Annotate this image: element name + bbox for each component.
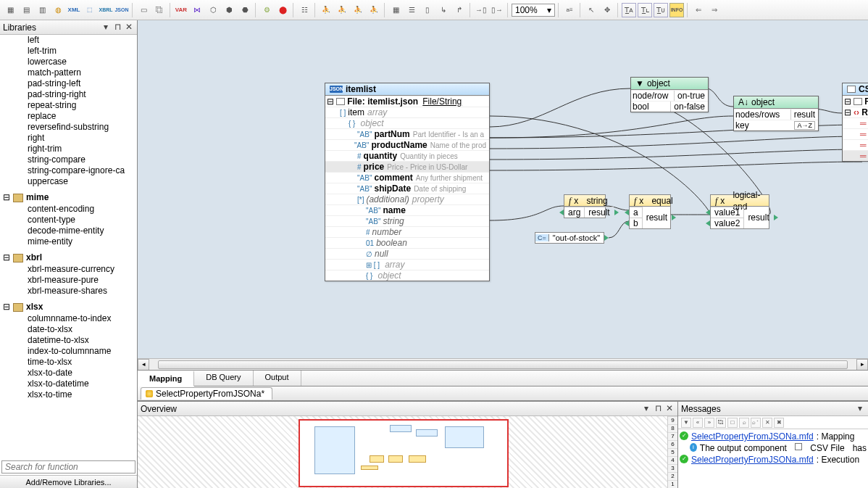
tb-rows-icon[interactable]: ☰	[404, 3, 419, 17]
lib-fn-item[interactable]: reversefind-substring	[0, 122, 137, 133]
tb-xbrl-icon[interactable]: XBRL	[99, 3, 113, 17]
mapping-canvas[interactable]: JSON itemlist ⊟ File: itemlist.json File…	[138, 20, 868, 371]
lib-fn-item[interactable]: right	[0, 133, 137, 144]
panel-close-icon[interactable]: ✕	[664, 404, 675, 414]
lib-fn-item[interactable]: date-to-xlsx	[0, 324, 137, 335]
filter-row-0[interactable]: node/rowon-true	[631, 90, 708, 101]
fn-logical-and[interactable]: fx logical-and value1value2 result	[710, 194, 769, 229]
lib-fn-item[interactable]: content-type	[0, 215, 137, 226]
lib-fn-item[interactable]: content-encoding	[0, 204, 137, 215]
message-row[interactable]: ✓ SelectPropertyFromJSONa.mfd : Executio…	[680, 454, 867, 466]
lib-fn-item[interactable]: replace	[0, 111, 137, 122]
tb-grid-icon[interactable]: ▦	[388, 3, 403, 17]
lib-fn-item[interactable]: string-compare-ignore-ca	[0, 165, 137, 176]
csv-field-row[interactable]: ═ Part Number (Out of Stock)	[843, 117, 868, 128]
tb-ab-icon[interactable]: a≡	[562, 3, 577, 17]
message-link[interactable]: SelectPropertyFromJSONa.mfd	[691, 431, 814, 442]
lib-fn-item[interactable]: decode-mime-entity	[0, 226, 137, 236]
in-port-icon[interactable]	[625, 220, 629, 226]
zoom-combo[interactable]: 100%▾	[512, 4, 555, 17]
panel-pin-icon[interactable]: ⊓	[112, 22, 122, 33]
panel-pin-icon[interactable]: ⊓	[653, 404, 663, 414]
out-port-icon[interactable]	[614, 210, 619, 215]
tb-r2-icon[interactable]: ▯→	[490, 3, 504, 17]
comp-csv[interactable]: CSV File ⊟ File: (default) File/String ⊟…	[842, 83, 868, 162]
lib-fn-item[interactable]: xbrl-measure-shares	[0, 286, 137, 297]
tb-fwd-icon[interactable]: ⇒	[707, 3, 722, 17]
lib-fn-item[interactable]: repeat-string	[0, 100, 137, 111]
tb-people3-icon[interactable]: ⛹	[351, 3, 365, 17]
sort-order-button[interactable]: A→Z	[794, 121, 815, 130]
tb-info-icon[interactable]: INFO	[669, 3, 684, 17]
comp-sort[interactable]: A↓object nodes/rowsresult keyA→Z	[733, 96, 819, 131]
msg-next-icon[interactable]: »	[704, 418, 714, 428]
tb-move-icon[interactable]: ✥	[600, 3, 614, 17]
comp-filter[interactable]: ▼object node/rowon-true boolon-false	[630, 77, 709, 112]
tb-in-icon[interactable]: ↳	[436, 3, 451, 17]
tb-open-icon[interactable]: ▤	[19, 3, 33, 17]
lib-fn-item[interactable]: datetime-to-xlsx	[0, 335, 137, 346]
tb-var-icon[interactable]: VAR	[174, 3, 188, 17]
itemlist-field-row[interactable]: ∅null	[325, 248, 489, 259]
scroll-left-icon[interactable]: ◂	[138, 359, 149, 371]
lib-fn-item[interactable]: xlsx-to-time	[0, 389, 137, 400]
fn-equal[interactable]: fx equal ab result	[629, 194, 671, 229]
tb-xml-icon[interactable]: XML	[67, 3, 81, 17]
sort-row-1[interactable]: keyA→Z	[734, 120, 818, 131]
tab-db-query[interactable]: DB Query	[194, 371, 253, 386]
tb-people4-icon[interactable]: ⛹	[367, 3, 381, 17]
lib-fn-item[interactable]: xbrl-measure-pure	[0, 275, 137, 286]
search-input[interactable]	[1, 460, 135, 473]
tb-copy-icon[interactable]: ⿻	[152, 3, 167, 17]
csv-rows-row[interactable]: ⊟ ‹› Rows	[843, 107, 868, 117]
tb-doc-icon[interactable]: ▭	[136, 3, 151, 17]
lib-fn-item[interactable]: left	[0, 35, 137, 46]
msg-del-icon[interactable]: ✕	[762, 418, 772, 428]
tb-cols-icon[interactable]: ▯	[420, 3, 435, 17]
in-port-icon[interactable]	[706, 220, 710, 226]
csv-field-row[interactable]: ═ Price	[843, 150, 868, 161]
tb-tl-icon[interactable]: T̲ʟ	[638, 3, 652, 17]
tb-r1-icon[interactable]: →▯	[474, 3, 488, 17]
tb-people1-icon[interactable]: ⛹	[319, 3, 333, 17]
lib-fn-item[interactable]: lowercase	[0, 57, 137, 67]
filter-row-1[interactable]: boolon-false	[631, 101, 708, 112]
tb-align-icon[interactable]: ☷	[297, 3, 312, 17]
msg-copy-icon[interactable]: ⿻	[716, 418, 726, 428]
in-port-icon[interactable]	[625, 210, 629, 215]
itemlist-field-row[interactable]: 01boolean	[325, 237, 489, 248]
tb-join-icon[interactable]: ⋈	[190, 3, 204, 17]
tb-fn2-icon[interactable]: ⬢	[222, 3, 236, 17]
tb-tu-icon[interactable]: T̲ᴜ	[654, 3, 668, 17]
overview-zoom-scale[interactable]: 1 2 3 4 5 6 7 8 9	[667, 416, 677, 488]
lib-fn-item[interactable]: xbrl-measure-currency	[0, 264, 137, 275]
lib-fn-item[interactable]: string-compare	[0, 154, 137, 165]
lib-fn-item[interactable]: uppercase	[0, 176, 137, 187]
out-port-icon[interactable]	[672, 215, 676, 220]
itemlist-field-row[interactable]: { }object	[325, 117, 489, 128]
itemlist-field-row[interactable]: "AB"commentAny further shipment	[325, 172, 489, 183]
fn-string[interactable]: fx string arg result	[564, 194, 606, 218]
canvas-hscrollbar[interactable]: ◂ ▸	[138, 358, 868, 370]
lib-fn-item[interactable]: index-to-columnname	[0, 346, 137, 357]
msg-find-icon[interactable]: ⌕	[739, 418, 749, 428]
in-port-icon[interactable]	[706, 210, 710, 215]
libraries-tree[interactable]: leftleft-trimlowercasematch-patternpad-s…	[0, 35, 137, 459]
lib-cat-mime[interactable]: ⊟mime	[0, 191, 137, 204]
csv-field-row[interactable]: ═ Quantity	[843, 139, 868, 150]
file-kind-link[interactable]: File/String	[422, 96, 462, 107]
itemlist-field-row[interactable]: "AB"partNumPart Identifier - Is an a	[325, 128, 489, 139]
tb-xsl-icon[interactable]: ⬚	[83, 3, 97, 17]
csv-field-row[interactable]: ═ Product Name	[843, 128, 868, 139]
tb-db-icon[interactable]: ◍	[51, 3, 65, 17]
lib-fn-item[interactable]: left-trim	[0, 46, 137, 57]
itemlist-field-row[interactable]: ⊞ [ ]array	[325, 259, 489, 270]
tb-file-icon[interactable]: ▦	[3, 3, 17, 17]
out-port-icon[interactable]	[774, 215, 778, 220]
tb-json-icon[interactable]: JSON	[114, 3, 129, 17]
tb-fn3-icon[interactable]: ⬣	[238, 3, 252, 17]
lib-fn-item[interactable]: xlsx-to-date	[0, 368, 137, 379]
itemlist-field-row[interactable]: "AB"productNameName of the prod	[325, 139, 489, 150]
lib-fn-item[interactable]: pad-string-left	[0, 78, 137, 89]
add-remove-libraries-button[interactable]: Add/Remove Libraries...	[0, 475, 137, 488]
